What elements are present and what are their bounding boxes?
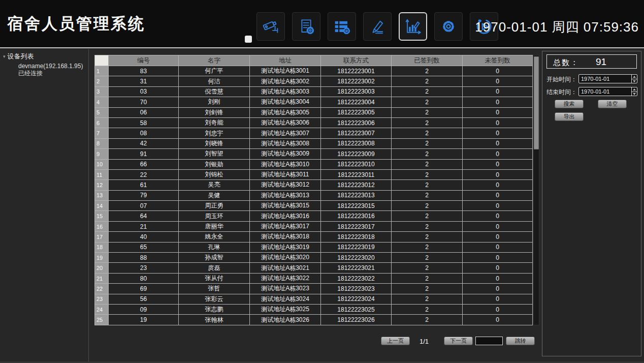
table-row[interactable]: 2023庹磊测试地址A栋30211812222302120 bbox=[95, 263, 533, 273]
scrollbar-thumb[interactable] bbox=[534, 56, 539, 149]
table-row[interactable]: 2269张哲测试地址A栋30231812222302320 bbox=[95, 284, 533, 294]
table-cell: 刘晓锋 bbox=[179, 138, 250, 148]
camera-icon[interactable] bbox=[256, 12, 285, 41]
column-header[interactable]: 已签到数 bbox=[392, 55, 463, 66]
spin-down-icon[interactable] bbox=[632, 79, 637, 83]
table-row[interactable]: 1379吴健测试地址A栋30131812222301320 bbox=[95, 190, 533, 200]
row-number-cell: 18 bbox=[95, 242, 109, 252]
device-name: devname(192.168.1.95) bbox=[18, 63, 88, 70]
table-row[interactable]: 1988孙成智测试地址A栋30201812222302020 bbox=[95, 253, 533, 263]
top-bar: 宿舍人员管理系统 bbox=[0, 0, 644, 48]
table-row[interactable]: 2409张志鹏测试地址A栋30251812222302520 bbox=[95, 304, 533, 314]
attendance-table-wrap: 编号名字地址联系方式已签到数未签到数 183何广平测试地址A栋300118122… bbox=[94, 55, 533, 325]
row-number-cell: 6 bbox=[95, 117, 109, 128]
statistics-panel: 总数： 91 开始时间： 结束时间： bbox=[542, 51, 641, 356]
table-cell: 2 bbox=[392, 211, 463, 221]
table-cell: 测试地址A栋3009 bbox=[250, 149, 321, 159]
row-number-cell: 14 bbox=[95, 201, 109, 211]
record-document-icon[interactable] bbox=[292, 12, 320, 41]
table-cell: 测试地址A栋3022 bbox=[250, 273, 321, 283]
data-table-icon[interactable] bbox=[328, 12, 356, 41]
settings-gear-icon[interactable] bbox=[434, 12, 463, 41]
table-cell: 09 bbox=[109, 304, 179, 314]
table-row[interactable]: 1564周玉环测试地址A栋30161812222301620 bbox=[95, 211, 533, 221]
search-button[interactable]: 搜索 bbox=[555, 100, 584, 108]
table-row[interactable]: 303倪雪慧测试地址A栋30031812222300320 bbox=[95, 86, 533, 97]
prev-page-button[interactable]: 上一页 bbox=[381, 337, 410, 345]
table-cell: 0 bbox=[463, 86, 533, 97]
table-cell: 刘锦松 bbox=[179, 169, 250, 179]
table-scrollbar[interactable] bbox=[533, 55, 539, 325]
table-row[interactable]: 1066刘银勋测试地址A栋30101812222301020 bbox=[95, 159, 533, 169]
start-time-label: 开始时间： bbox=[546, 75, 577, 84]
spin-down-icon[interactable] bbox=[632, 92, 637, 96]
clear-button[interactable]: 清空 bbox=[598, 100, 627, 108]
export-button[interactable]: 导出 bbox=[555, 112, 584, 121]
table-row[interactable]: 231何洁测试地址A栋30021812222300220 bbox=[95, 76, 533, 86]
spin-up-icon[interactable] bbox=[632, 87, 637, 92]
register-edit-icon[interactable] bbox=[363, 12, 392, 41]
table-header: 编号名字地址联系方式已签到数未签到数 bbox=[95, 55, 533, 66]
table-row[interactable]: 708刘忠宇测试地址A栋30071812222300720 bbox=[95, 128, 533, 138]
table-cell: 0 bbox=[463, 284, 533, 294]
row-number-cell: 8 bbox=[95, 138, 109, 148]
table-row[interactable]: 2180张从付测试地址A栋30221812222302220 bbox=[95, 273, 533, 283]
table-row[interactable]: 506刘剑锋测试地址A栋30051812222300520 bbox=[95, 107, 533, 117]
jump-button[interactable]: 跳转 bbox=[506, 337, 535, 345]
table-row[interactable]: 1122刘锦松测试地址A栋30111812222301120 bbox=[95, 169, 533, 179]
table-cell: 测试地址A栋3008 bbox=[250, 138, 321, 148]
column-header[interactable]: 地址 bbox=[250, 55, 321, 66]
table-row[interactable]: 2519张翰林测试地址A栋30261812222302620 bbox=[95, 315, 533, 325]
collapse-arrow-icon: ▾ bbox=[3, 54, 6, 59]
table-cell: 刘奇能 bbox=[179, 117, 250, 128]
end-date-input[interactable] bbox=[579, 87, 630, 96]
table-row[interactable]: 658刘奇能测试地址A栋30061812222300620 bbox=[95, 117, 533, 128]
column-header[interactable]: 未签到数 bbox=[463, 55, 533, 66]
table-cell: 2 bbox=[392, 66, 463, 76]
table-row[interactable]: 1407周正勇测试地址A栋30151812222301520 bbox=[95, 201, 533, 211]
total-count-box: 总数： 91 bbox=[546, 54, 637, 69]
table-row[interactable]: 842刘晓锋测试地址A栋30081812222300820 bbox=[95, 138, 533, 148]
table-cell: 18122223016 bbox=[321, 211, 392, 221]
column-header[interactable]: 联系方式 bbox=[321, 55, 392, 66]
table-cell: 0 bbox=[463, 201, 533, 211]
table-cell: 03 bbox=[109, 86, 179, 97]
table-cell: 2 bbox=[392, 159, 463, 169]
table-cell: 31 bbox=[109, 76, 179, 86]
table-cell: 测试地址A栋3003 bbox=[250, 86, 321, 97]
table-cell: 何广平 bbox=[179, 66, 250, 76]
table-row[interactable]: 1865孔琳测试地址A栋30191812222301920 bbox=[95, 242, 533, 252]
table-cell: 2 bbox=[392, 117, 463, 128]
table-cell: 21 bbox=[109, 221, 179, 231]
table-row[interactable]: 470刘刚测试地址A栋30041812222300420 bbox=[95, 97, 533, 107]
table-cell: 23 bbox=[109, 263, 179, 273]
table-cell: 18122223018 bbox=[321, 232, 392, 242]
table-cell: 2 bbox=[392, 107, 463, 117]
table-cell: 刘忠宇 bbox=[179, 128, 250, 138]
device-tree-toggle[interactable]: ▾ 设备列表 bbox=[0, 49, 88, 61]
table-row[interactable]: 991刘智望测试地址A栋30091812222300920 bbox=[95, 149, 533, 159]
table-cell: 69 bbox=[109, 284, 179, 294]
column-header[interactable]: 名字 bbox=[179, 55, 250, 66]
next-page-button[interactable]: 下一页 bbox=[444, 337, 473, 345]
device-list-item[interactable]: devname(192.168.1.95) 已经连接 bbox=[0, 61, 88, 77]
statistics-chart-icon[interactable] bbox=[399, 12, 427, 41]
table-cell: 孙成智 bbox=[179, 253, 250, 263]
total-value: 91 bbox=[596, 56, 606, 68]
row-number-cell: 1 bbox=[95, 66, 109, 76]
table-cell: 18122223011 bbox=[321, 169, 392, 179]
page-jump-input[interactable] bbox=[475, 337, 503, 345]
table-cell: 18122223005 bbox=[321, 107, 392, 117]
table-cell: 测试地址A栋3024 bbox=[250, 294, 321, 304]
table-row[interactable]: 183何广平测试地址A栋30011812222300120 bbox=[95, 66, 533, 76]
table-cell: 61 bbox=[109, 180, 179, 190]
table-row[interactable]: 2356张彩云测试地址A栋30241812222302420 bbox=[95, 294, 533, 304]
table-cell: 06 bbox=[109, 107, 179, 117]
table-cell: 0 bbox=[463, 180, 533, 190]
column-header[interactable]: 编号 bbox=[109, 55, 179, 66]
table-row[interactable]: 1261吴亮测试地址A栋30121812222301220 bbox=[95, 180, 533, 190]
table-row[interactable]: 1740姚永全测试地址A栋30181812222301820 bbox=[95, 232, 533, 242]
start-date-input[interactable] bbox=[579, 75, 630, 83]
spin-up-icon[interactable] bbox=[632, 75, 637, 79]
table-row[interactable]: 1621唐丽华测试地址A栋30171812222301720 bbox=[95, 221, 533, 231]
